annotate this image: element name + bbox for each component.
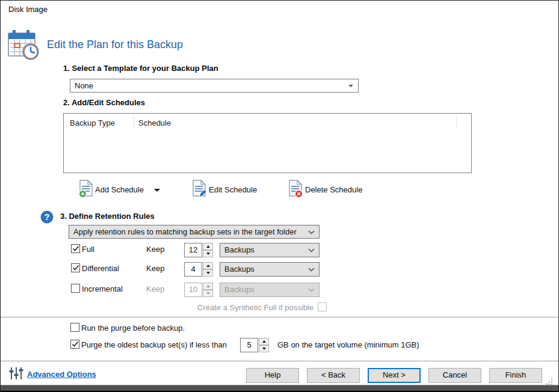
document-plus-icon: [78, 180, 94, 198]
chevron-down-icon: [308, 268, 315, 272]
schedules-section-heading: 2. Add/Edit Schedules: [63, 98, 145, 107]
add-schedule-label[interactable]: Add Schedule: [95, 185, 144, 194]
run-purge-checkbox[interactable]: [70, 323, 79, 332]
help-question-icon[interactable]: ?: [40, 210, 54, 225]
help-button[interactable]: Help: [246, 368, 299, 383]
column-header-backup-type: Backup Type: [70, 118, 115, 127]
synthetic-full-checkbox: [318, 302, 327, 311]
spin-up-button[interactable]: [203, 262, 213, 269]
dialog-window: Disk Image Edit the Plan for this Backup…: [0, 0, 559, 392]
add-schedule-dropdown-arrow-icon[interactable]: [154, 189, 160, 192]
svg-text:?: ?: [45, 212, 50, 222]
retention-mode-dropdown[interactable]: Apply retention rules to matching backup…: [69, 225, 320, 239]
column-header-schedule: Schedule: [138, 118, 171, 127]
back-button[interactable]: < Back: [307, 368, 360, 383]
spin-up-button[interactable]: [259, 338, 269, 345]
spin-down-button: [203, 290, 213, 297]
window-bottom-edge: [1, 385, 558, 392]
sliders-icon: [8, 365, 25, 384]
advanced-options-link[interactable]: Advanced Options: [27, 370, 96, 379]
incremental-checkbox[interactable]: [71, 284, 80, 293]
retention-section-heading: 3. Define Retention Rules: [60, 212, 155, 221]
differential-unit-dropdown[interactable]: Backups: [220, 262, 320, 277]
cancel-button[interactable]: Cancel: [428, 368, 481, 383]
spin-up-button: [203, 283, 213, 290]
column-divider: [134, 115, 134, 129]
differential-checkbox[interactable]: [71, 263, 80, 272]
column-divider: [456, 115, 457, 129]
schedules-list[interactable]: Backup Type Schedule: [63, 113, 472, 173]
spin-down-button[interactable]: [259, 345, 269, 352]
chevron-down-icon: [308, 230, 315, 234]
incremental-label: Incremental: [82, 284, 123, 293]
calendar-clock-icon: [7, 29, 42, 62]
incremental-keep-label: Keep: [146, 284, 164, 293]
incremental-keep-spinner: 10: [184, 283, 213, 297]
purge-threshold-spinner[interactable]: 5: [240, 338, 269, 352]
full-label: Full: [82, 245, 94, 254]
finish-button[interactable]: Finish: [489, 368, 542, 383]
document-pencil-icon: [191, 180, 209, 198]
add-schedule-button[interactable]: [78, 180, 94, 200]
document-delete-icon: [288, 180, 304, 198]
retention-mode-value: Apply retention rules to matching backup…: [73, 227, 297, 236]
spin-down-button[interactable]: [203, 250, 213, 257]
incremental-unit-dropdown: Backups: [220, 283, 320, 297]
purge-threshold-suffix: GB on the target volume (minimum 1GB): [277, 340, 419, 349]
differential-keep-label: Keep: [146, 264, 164, 273]
separator: [1, 317, 559, 317]
spin-up-button[interactable]: [203, 243, 213, 250]
template-dropdown-value: None: [75, 81, 93, 90]
spin-down-button[interactable]: [203, 269, 213, 277]
differential-keep-spinner[interactable]: 4: [184, 262, 213, 277]
chevron-down-icon: [308, 288, 315, 292]
next-button[interactable]: Next >: [368, 368, 421, 383]
full-checkbox[interactable]: [71, 244, 80, 253]
delete-schedule-button[interactable]: [288, 180, 304, 200]
chevron-down-icon: [308, 248, 315, 253]
purge-oldest-label: Purge the oldest backup set(s) if less t…: [81, 340, 227, 349]
synthetic-full-label: Create a Synthetic Full if possible: [145, 303, 313, 312]
full-keep-label: Keep: [146, 245, 164, 254]
delete-schedule-label[interactable]: Delete Schedule: [305, 185, 362, 194]
run-purge-label: Run the purge before backup.: [81, 323, 185, 332]
full-keep-spinner[interactable]: 12: [184, 243, 213, 257]
edit-schedule-label[interactable]: Edit Schedule: [209, 185, 257, 194]
edit-schedule-button[interactable]: [191, 180, 209, 200]
page-title: Edit the Plan for this Backup: [47, 38, 183, 51]
full-unit-dropdown[interactable]: Backups: [220, 243, 320, 257]
separator: [1, 361, 559, 361]
chevron-down-icon: [348, 85, 353, 87]
purge-oldest-checkbox[interactable]: [70, 340, 79, 349]
template-section-heading: 1. Select a Template for your Backup Pla…: [63, 64, 218, 73]
window-title: Disk Image: [8, 5, 48, 14]
differential-label: Differential: [82, 264, 119, 273]
template-dropdown[interactable]: None: [70, 79, 359, 93]
